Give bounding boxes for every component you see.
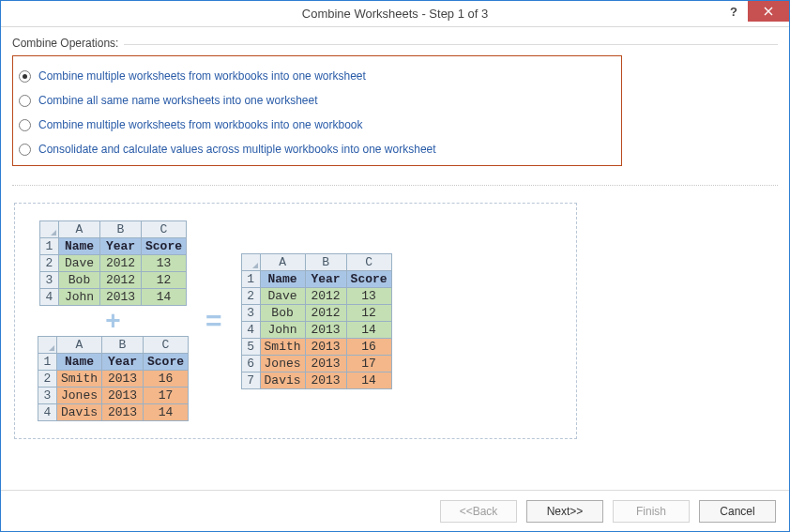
- next-button[interactable]: Next>>: [526, 500, 603, 523]
- header-cell: Score: [346, 270, 391, 287]
- data-cell: 2012: [305, 304, 346, 321]
- dialog-window: Combine Worksheets - Step 1 of 3 ? Combi…: [0, 0, 790, 532]
- radio-label: Consolidate and calculate values across …: [38, 143, 436, 156]
- title-controls: ?: [720, 1, 789, 26]
- row-header: 3: [38, 388, 57, 404]
- dialog-body: Combine Operations: Combine multiple wor…: [1, 27, 789, 531]
- data-cell: 2013: [305, 338, 346, 355]
- titlebar: Combine Worksheets - Step 1 of 3 ?: [1, 1, 789, 27]
- table-row: 4John201314: [40, 289, 187, 306]
- radio-indicator: [19, 70, 31, 83]
- data-cell: 2013: [102, 404, 144, 421]
- col-header: C: [346, 253, 391, 270]
- table-row: 3Bob201212: [241, 304, 391, 321]
- col-header: B: [305, 253, 346, 270]
- preview-sheet-1: ABC1NameYearScore2Dave2012133Bob2012124J…: [39, 220, 187, 306]
- preview-panel: ABC1NameYearScore2Dave2012133Bob2012124J…: [14, 203, 577, 439]
- data-cell: Smith: [260, 338, 305, 355]
- table-row: 3Jones201317: [38, 388, 189, 404]
- table-row: 7Davis201314: [241, 372, 391, 388]
- radio-option-1[interactable]: Combine all same name worksheets into on…: [15, 88, 612, 113]
- close-button[interactable]: [748, 1, 789, 22]
- data-cell: 12: [142, 272, 187, 289]
- radio-indicator: [19, 119, 31, 131]
- group-separator: [124, 44, 778, 45]
- row-header: 4: [38, 404, 57, 421]
- sheet-corner: [241, 253, 260, 270]
- col-header: B: [100, 221, 142, 238]
- data-cell: 14: [142, 289, 187, 306]
- table-row: 2Dave201213: [40, 255, 187, 272]
- cancel-button[interactable]: Cancel: [699, 500, 776, 523]
- header-cell: Name: [59, 238, 100, 255]
- header-cell: Score: [144, 354, 189, 371]
- window-title: Combine Worksheets - Step 1 of 3: [302, 7, 488, 21]
- row-header: 1: [38, 354, 57, 371]
- col-header: C: [144, 337, 189, 354]
- row-header: 2: [40, 255, 59, 272]
- row-header: 2: [38, 371, 57, 388]
- header-cell: Year: [102, 354, 144, 371]
- table-row: 6Jones201317: [241, 355, 391, 372]
- radio-option-2[interactable]: Combine multiple worksheets from workboo…: [15, 113, 612, 137]
- col-header: A: [59, 221, 100, 238]
- sheet-corner: [40, 221, 59, 238]
- radio-indicator: [19, 144, 31, 156]
- header-cell: Year: [305, 270, 346, 287]
- dialog-footer: <<Back Next>> Finish Cancel: [1, 490, 789, 531]
- options-highlight-box: Combine multiple worksheets from workboo…: [12, 55, 622, 166]
- row-header: 3: [40, 272, 59, 289]
- table-row: 4Davis201314: [38, 404, 189, 421]
- row-header: 6: [241, 355, 260, 372]
- col-header: B: [102, 337, 144, 354]
- radio-label: Combine all same name worksheets into on…: [38, 94, 317, 107]
- data-cell: 2012: [100, 255, 142, 272]
- header-cell: Name: [260, 270, 305, 287]
- table-row: 3Bob201212: [40, 272, 187, 289]
- col-header: C: [142, 221, 187, 238]
- data-cell: 2013: [305, 372, 346, 388]
- header-cell: Year: [100, 238, 142, 255]
- data-cell: 2013: [102, 388, 144, 404]
- data-cell: 2013: [100, 289, 142, 306]
- row-header: 4: [40, 289, 59, 306]
- table-row: 4John201314: [241, 321, 391, 338]
- col-header: A: [57, 337, 102, 354]
- table-row: 5Smith201316: [241, 338, 391, 355]
- data-cell: 13: [346, 287, 391, 304]
- table-row: 2Smith201316: [38, 371, 189, 388]
- data-cell: Smith: [57, 371, 102, 388]
- data-cell: John: [59, 289, 100, 306]
- row-header: 1: [40, 238, 59, 255]
- close-icon: [764, 7, 773, 16]
- data-cell: 17: [144, 388, 189, 404]
- data-cell: 16: [346, 338, 391, 355]
- data-cell: 2013: [305, 321, 346, 338]
- back-button: <<Back: [440, 500, 517, 523]
- data-cell: 2012: [100, 272, 142, 289]
- data-cell: 14: [144, 404, 189, 421]
- sheet-corner: [38, 337, 57, 354]
- preview-left-stack: ABC1NameYearScore2Dave2012133Bob2012124J…: [38, 220, 189, 421]
- preview-sheet-2: ABC1NameYearScore2Smith2013163Jones20131…: [38, 336, 189, 421]
- data-cell: 2013: [102, 371, 144, 388]
- data-cell: 2013: [305, 355, 346, 372]
- data-cell: Bob: [59, 272, 100, 289]
- help-button[interactable]: ?: [720, 1, 748, 22]
- radio-option-0[interactable]: Combine multiple worksheets from workboo…: [15, 64, 612, 88]
- table-row: 2Dave201213: [241, 287, 391, 304]
- data-cell: John: [260, 321, 305, 338]
- group-label: Combine Operations:: [12, 37, 118, 50]
- header-cell: Name: [57, 354, 102, 371]
- row-header: 2: [241, 287, 260, 304]
- group-label-row: Combine Operations:: [12, 37, 778, 55]
- plus-icon: +: [105, 308, 120, 334]
- data-cell: 2012: [305, 287, 346, 304]
- col-header: A: [260, 253, 305, 270]
- data-cell: 13: [142, 255, 187, 272]
- radio-label: Combine multiple worksheets from workboo…: [38, 69, 366, 83]
- radio-group: Combine multiple worksheets from workboo…: [15, 64, 612, 161]
- row-header: 1: [241, 270, 260, 287]
- radio-option-3[interactable]: Consolidate and calculate values across …: [15, 137, 612, 161]
- data-cell: 16: [144, 371, 189, 388]
